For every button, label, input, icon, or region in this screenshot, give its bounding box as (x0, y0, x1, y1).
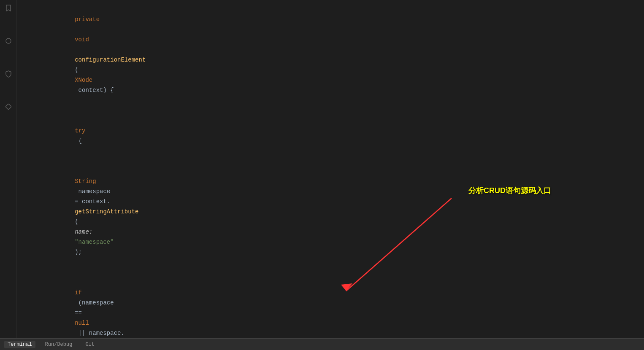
code-area: private void configurationElement ( XNod… (17, 0, 644, 350)
code-line-4: if (namespace == null || namespace. isEm… (17, 267, 644, 350)
bookmark-icon (5, 4, 12, 12)
editor-container: private void configurationElement ( XNod… (0, 0, 644, 350)
shield-icon (5, 70, 12, 78)
svg-rect-15 (5, 104, 11, 110)
run-debug-tab[interactable]: Run/Debug (42, 341, 76, 348)
git-tab[interactable]: Git (82, 341, 98, 348)
annotation-callout: 分析CRUD语句源码入口 (468, 186, 551, 196)
code-line-2: try { (17, 105, 644, 156)
code-line-1: private void configurationElement ( XNod… (17, 4, 644, 105)
svg-point-14 (6, 38, 11, 43)
terminal-tab[interactable]: Terminal (4, 341, 35, 348)
code-line-3: String namespace = context. getStringAtt… (17, 156, 644, 267)
left-gutter (0, 0, 17, 350)
bottom-bar: Terminal Run/Debug Git (0, 338, 644, 350)
diamond2-icon (5, 103, 12, 110)
diamond-icon (5, 37, 12, 45)
